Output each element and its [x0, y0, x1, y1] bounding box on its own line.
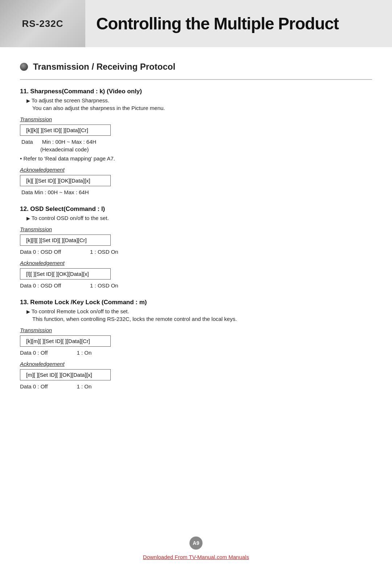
cmd13-tx-code: [k][m][ ][Set ID][ ][Data][Cr]	[20, 335, 111, 347]
cmd12-desc: To control OSD on/off to the set.	[20, 215, 372, 221]
command-section-12: 12. OSD Select(Command : l) To control O…	[20, 205, 372, 289]
cmd13-ack-label: Acknowledgement	[20, 361, 372, 367]
footer-link[interactable]: Downloaded From TV-Manual.com Manuals	[143, 554, 249, 560]
cmd13-ack-data-col2: 1 : On	[77, 383, 91, 389]
rs232c-label: RS-232C	[22, 18, 64, 29]
cmd12-tx-data-row: Data 0 : OSD Off 1 : OSD On	[20, 249, 372, 255]
command-section-13: 13. Remote Lock /Key Lock (Command : m) …	[20, 299, 372, 389]
cmd11-desc: To adjust the screen Sharpness.	[20, 97, 372, 103]
cmd11-ack-code: [k][ ][Set ID][ ][OK][Data][x]	[20, 175, 111, 186]
cmd11-tx-data-sub: (Hexadecimal code)	[20, 146, 372, 152]
page-title: Controlling the Multiple Product	[96, 14, 339, 33]
cmd12-ack-data-col2: 1 : OSD On	[90, 282, 118, 289]
cmd12-ack-data-col1: Data 0 : OSD Off	[20, 282, 61, 289]
cmd12-ack-label: Acknowledgement	[20, 260, 372, 266]
cmd11-note: • Refer to 'Real data mapping' page A7.	[20, 155, 372, 162]
header-left-panel: RS-232C	[0, 0, 85, 47]
cmd13-title: 13. Remote Lock /Key Lock (Command : m)	[20, 299, 372, 306]
page-footer: A9 Downloaded From TV-Manual.com Manuals	[0, 537, 392, 560]
cmd11-tx-data: Data Min : 00H ~ Max : 64H	[20, 139, 372, 145]
section-heading: Transmission / Receiving Protocol	[20, 62, 372, 72]
cmd12-title: 12. OSD Select(Command : l)	[20, 205, 372, 213]
cmd11-transmission-label: Transmission	[20, 116, 372, 122]
divider	[20, 79, 372, 80]
cmd11-title: 11. Sharpness(Command : k) (Video only)	[20, 88, 372, 95]
cmd11-ack-data: Data Min : 00H ~ Max : 64H	[20, 189, 372, 195]
cmd13-tx-data-value: 1 : On	[77, 350, 91, 356]
cmd13-tx-data-label: Data 0 : Off	[20, 350, 48, 356]
cmd12-transmission-label: Transmission	[20, 226, 372, 232]
cmd11-subdesc: You can also adjust the sharpness in the…	[20, 105, 372, 111]
cmd13-transmission-label: Transmission	[20, 327, 372, 333]
cmd12-ack-code: [l][ ][Set ID][ ][OK][Data][x]	[20, 268, 111, 280]
cmd11-tx-data-label: Data	[21, 139, 42, 145]
cmd13-desc: To control Remote Lock on/off to the set…	[20, 308, 372, 314]
cmd13-ack-data-col1: Data 0 : Off	[20, 383, 48, 389]
cmd12-ack-data-row: Data 0 : OSD Off 1 : OSD On	[20, 282, 372, 289]
cmd13-subdesc: This function, when controlling RS-232C,…	[20, 316, 372, 322]
section-heading-text: Transmission / Receiving Protocol	[33, 62, 175, 72]
bullet-icon	[20, 63, 28, 71]
cmd11-tx-code: [k][k][ ][Set ID][ ][Data][Cr]	[20, 125, 111, 136]
cmd11-tx-data-value: Min : 00H ~ Max : 64H	[42, 139, 97, 145]
page-header: RS-232C Controlling the Multiple Product	[0, 0, 392, 47]
cmd11-ack-label: Acknowledgement	[20, 167, 372, 173]
cmd13-tx-data-row: Data 0 : Off 1 : On	[20, 350, 372, 356]
main-content: Transmission / Receiving Protocol 11. Sh…	[0, 47, 392, 421]
cmd12-tx-code: [k][l][ ][Set ID][ ][Data][Cr]	[20, 234, 111, 246]
header-right-panel: Controlling the Multiple Product	[85, 0, 392, 47]
page-number: A9	[189, 537, 203, 550]
cmd13-ack-data-row: Data 0 : Off 1 : On	[20, 383, 372, 389]
cmd12-tx-data-label: Data 0 : OSD Off	[20, 249, 61, 255]
cmd13-ack-code: [m][ ][Set ID][ ][OK][Data][x]	[20, 369, 111, 380]
command-section-11: 11. Sharpness(Command : k) (Video only) …	[20, 88, 372, 195]
cmd12-tx-data-value: 1 : OSD On	[90, 249, 118, 255]
